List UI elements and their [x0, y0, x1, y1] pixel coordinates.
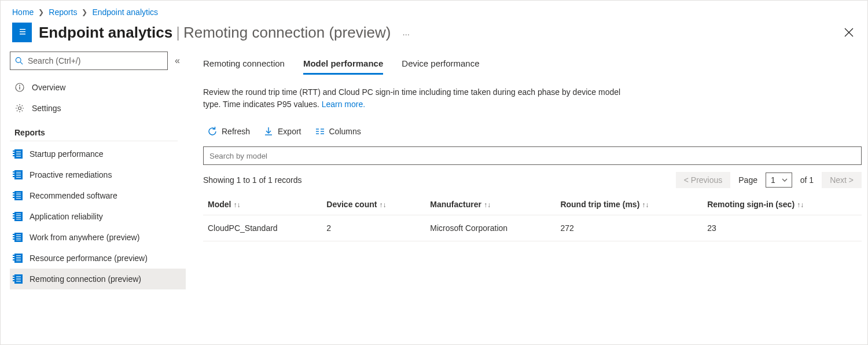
- sidebar-item-remoting-connection[interactable]: Remoting connection (preview): [10, 269, 186, 289]
- more-button[interactable]: …: [402, 28, 411, 37]
- tab-model-performance[interactable]: Model performance: [303, 54, 383, 75]
- sidebar-item-application-reliability[interactable]: Application reliability: [10, 206, 186, 227]
- sort-icon: ↑↓: [233, 201, 240, 209]
- chevron-right-icon: ❯: [38, 8, 44, 16]
- pager: Showing 1 to 1 of 1 records < Previous P…: [203, 172, 862, 188]
- column-header-signin[interactable]: Remoting sign-in (sec)↑↓: [703, 194, 862, 215]
- next-page-button[interactable]: Next >: [822, 172, 862, 188]
- main-content: Remoting connection Model performance De…: [186, 52, 867, 289]
- sidebar-search-placeholder: Search (Ctrl+/): [28, 56, 80, 65]
- export-button[interactable]: Export: [264, 127, 301, 136]
- breadcrumb-link-endpoint-analytics[interactable]: Endpoint analytics: [92, 8, 158, 17]
- sidebar-item-label: Recommended software: [30, 191, 117, 200]
- breadcrumb-link-home[interactable]: Home: [12, 8, 34, 17]
- cell-manufacturer: Microsoft Corporation: [425, 215, 556, 241]
- chevron-right-icon: ❯: [82, 8, 87, 16]
- breadcrumb-link-reports[interactable]: Reports: [49, 8, 77, 17]
- report-icon: [14, 274, 23, 284]
- cell-device-count: 2: [322, 215, 425, 241]
- collapse-sidebar-button[interactable]: «: [175, 56, 180, 66]
- svg-point-13: [19, 85, 20, 86]
- column-header-device-count[interactable]: Device count↑↓: [322, 194, 425, 215]
- info-icon: [14, 82, 25, 93]
- sort-icon: ↑↓: [642, 201, 649, 209]
- page-header: Endpoint analytics|Remoting connection (…: [1, 19, 867, 52]
- close-icon: [844, 28, 854, 37]
- page-title: Endpoint analytics|Remoting connection (…: [39, 24, 391, 42]
- model-search-input[interactable]: [203, 146, 862, 165]
- sort-icon: ↑↓: [797, 201, 804, 209]
- table-row[interactable]: CloudPC_Standard 2 Microsoft Corporation…: [203, 215, 862, 241]
- svg-rect-1: [18, 27, 27, 38]
- sidebar-search-input[interactable]: Search (Ctrl+/): [10, 52, 168, 70]
- sidebar-section-reports: Reports: [10, 119, 178, 141]
- svg-rect-2: [20, 29, 25, 30]
- report-icon: [14, 233, 23, 242]
- description-text: Review the round trip time (RTT) and Clo…: [203, 86, 631, 111]
- sidebar-item-label: Proactive remediations: [30, 170, 112, 179]
- sidebar-item-overview[interactable]: Overview: [10, 77, 186, 98]
- refresh-label: Refresh: [222, 127, 250, 136]
- sidebar-item-proactive-remediations[interactable]: Proactive remediations: [10, 164, 186, 185]
- svg-rect-3: [20, 31, 25, 32]
- report-icon: [14, 170, 23, 179]
- report-icon: [14, 212, 23, 221]
- gear-icon: [14, 103, 25, 113]
- sidebar-item-settings[interactable]: Settings: [10, 98, 186, 119]
- svg-rect-6: [16, 31, 18, 32]
- svg-point-15: [19, 107, 21, 110]
- sidebar-item-work-from-anywhere[interactable]: Work from anywhere (preview): [10, 227, 186, 248]
- column-header-rtt[interactable]: Round trip time (ms)↑↓: [556, 194, 703, 215]
- sidebar-item-label: Overview: [32, 83, 65, 92]
- sidebar-item-label: Work from anywhere (preview): [30, 233, 139, 242]
- sidebar-item-label: Settings: [32, 104, 61, 113]
- breadcrumb: Home ❯ Reports ❯ Endpoint analytics: [1, 1, 867, 19]
- svg-rect-5: [16, 28, 18, 30]
- svg-point-10: [16, 57, 21, 63]
- sidebar-item-label: Resource performance (preview): [30, 254, 148, 263]
- cell-signin: 23: [703, 215, 862, 241]
- svg-rect-7: [16, 34, 18, 35]
- learn-more-link[interactable]: Learn more.: [322, 100, 365, 109]
- tab-remoting-connection[interactable]: Remoting connection: [203, 54, 285, 75]
- close-button[interactable]: [842, 25, 856, 39]
- sidebar-item-label: Startup performance: [30, 149, 104, 159]
- sidebar-item-resource-performance[interactable]: Resource performance (preview): [10, 248, 186, 269]
- column-header-model[interactable]: Model↑↓: [203, 194, 322, 215]
- tabs: Remoting connection Model performance De…: [203, 54, 862, 75]
- export-label: Export: [278, 127, 301, 136]
- report-icon: [14, 191, 23, 200]
- notebook-icon: [12, 23, 32, 42]
- column-header-manufacturer[interactable]: Manufacturer↑↓: [425, 194, 556, 215]
- columns-button[interactable]: Columns: [315, 127, 361, 136]
- sidebar-item-label: Application reliability: [30, 212, 103, 221]
- svg-rect-14: [19, 87, 20, 90]
- sidebar-item-recommended-software[interactable]: Recommended software: [10, 185, 186, 206]
- report-icon: [14, 254, 23, 263]
- toolbar: Refresh Export Columns: [203, 127, 862, 136]
- sort-icon: ↑↓: [379, 201, 386, 209]
- search-icon: [15, 57, 23, 65]
- report-icon: [14, 149, 23, 159]
- columns-icon: [315, 127, 325, 136]
- svg-line-11: [20, 62, 23, 64]
- page-select[interactable]: 1: [766, 172, 792, 188]
- download-icon: [264, 127, 273, 136]
- chevron-down-icon: [781, 177, 788, 183]
- tab-device-performance[interactable]: Device performance: [402, 54, 479, 75]
- previous-page-button[interactable]: < Previous: [676, 172, 731, 188]
- cell-rtt: 272: [556, 215, 703, 241]
- record-count: Showing 1 to 1 of 1 records: [203, 175, 668, 185]
- cell-model: CloudPC_Standard: [203, 215, 322, 241]
- refresh-button[interactable]: Refresh: [208, 127, 250, 136]
- columns-label: Columns: [329, 127, 361, 136]
- sidebar-item-startup-performance[interactable]: Startup performance: [10, 144, 186, 164]
- sort-icon: ↑↓: [484, 201, 491, 209]
- of-label: of 1: [800, 175, 814, 185]
- table-header-row: Model↑↓ Device count↑↓ Manufacturer↑↓ Ro…: [203, 194, 862, 215]
- sidebar-item-label: Remoting connection (preview): [30, 274, 141, 284]
- page-label: Page: [738, 175, 757, 185]
- sidebar: Search (Ctrl+/) « Overview Settings Repo…: [1, 52, 186, 289]
- refresh-icon: [208, 127, 217, 136]
- svg-rect-4: [20, 34, 25, 35]
